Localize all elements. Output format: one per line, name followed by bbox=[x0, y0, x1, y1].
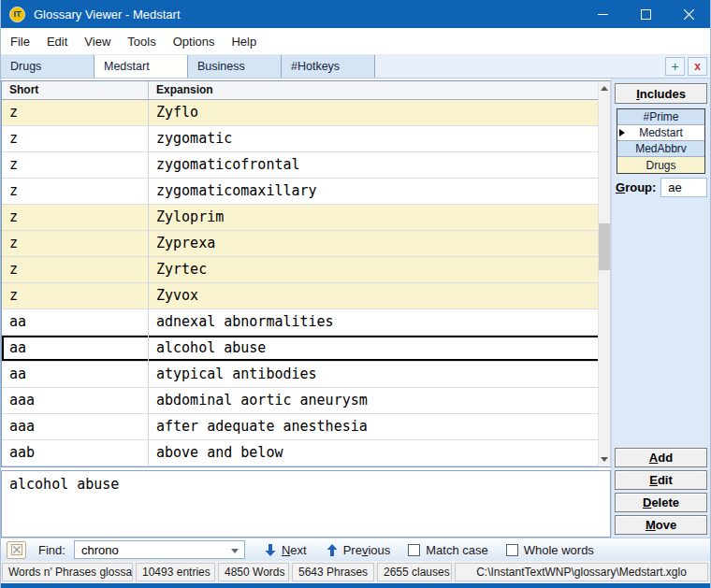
tab-business[interactable]: Business bbox=[188, 55, 282, 78]
menu-item-tools[interactable]: Tools bbox=[119, 28, 164, 54]
glossary-table: Short Expansion z Zyflo z zygomatic z zy… bbox=[1, 80, 611, 467]
includes-button[interactable]: Includes bbox=[615, 83, 707, 104]
edit-button[interactable]: Edit bbox=[615, 470, 707, 490]
column-header-expansion[interactable]: Expansion bbox=[149, 81, 610, 99]
table-row[interactable]: z zygomaticofrontal bbox=[2, 152, 610, 179]
next-button[interactable]: Next bbox=[264, 543, 307, 557]
include-item-drugs[interactable]: Drugs bbox=[617, 157, 704, 173]
previous-button[interactable]: Previous bbox=[326, 543, 391, 557]
table-row[interactable]: aaa after adequate anesthesia bbox=[2, 414, 610, 440]
table-row-selected[interactable]: aa alcohol abuse bbox=[2, 336, 610, 362]
move-button[interactable]: Move bbox=[615, 515, 707, 535]
vertical-scrollbar[interactable] bbox=[598, 81, 610, 466]
add-tab-button[interactable]: + bbox=[665, 57, 685, 76]
minimize-button[interactable] bbox=[581, 0, 624, 28]
minimize-icon bbox=[598, 9, 608, 20]
window-bottom-border bbox=[1, 583, 710, 588]
cell-short: z bbox=[2, 205, 149, 230]
preview-text: alcohol abuse bbox=[9, 476, 119, 493]
table-row[interactable]: z Zyflo bbox=[2, 100, 610, 126]
close-tab-button[interactable]: x bbox=[688, 57, 707, 76]
combo-dropdown-icon[interactable] bbox=[231, 549, 239, 553]
table-row[interactable]: z Zyrtec bbox=[2, 257, 610, 283]
cell-expansion: Zyloprim bbox=[149, 205, 610, 230]
whole-words-option[interactable]: Whole words bbox=[506, 543, 594, 557]
cell-short: aab bbox=[2, 440, 149, 466]
tab-hotkeys[interactable]: #Hotkeys bbox=[282, 55, 375, 78]
cell-expansion: Zyrtec bbox=[149, 257, 610, 282]
scroll-down-button[interactable] bbox=[599, 452, 610, 466]
current-include-arrow-icon bbox=[619, 129, 625, 136]
menu-item-view[interactable]: View bbox=[76, 28, 119, 54]
table-header: Short Expansion bbox=[2, 81, 610, 100]
cell-short: aa bbox=[2, 336, 149, 361]
status-file-path: C:\InstantTextWNP\glossary\Medstart.xglo bbox=[455, 563, 708, 581]
scroll-up-button[interactable] bbox=[599, 81, 610, 95]
whole-words-checkbox[interactable] bbox=[506, 544, 518, 556]
find-combobox[interactable]: chrono bbox=[74, 540, 245, 559]
table-row[interactable]: aa atypical antibodies bbox=[2, 362, 610, 388]
cell-expansion: zygomatic bbox=[149, 126, 610, 151]
titlebar: IT Glossary Viewer - Medstart bbox=[1, 0, 710, 28]
previous-label: Previous bbox=[343, 543, 391, 557]
includes-list: #Prime Medstart MedAbbrv Drugs bbox=[617, 108, 705, 174]
cell-expansion: Zyflo bbox=[149, 100, 610, 125]
cell-short: z bbox=[2, 152, 149, 178]
match-case-option[interactable]: Match case bbox=[408, 543, 487, 557]
maximize-button[interactable] bbox=[624, 0, 667, 28]
preview-pane[interactable]: alcohol abuse bbox=[1, 470, 611, 538]
scroll-thumb[interactable] bbox=[599, 223, 610, 270]
table-row[interactable]: z zygomatic bbox=[2, 126, 610, 152]
cell-expansion: abdominal aortic aneurysm bbox=[149, 388, 610, 413]
table-row[interactable]: z zygomaticomaxillary bbox=[2, 179, 610, 205]
find-close-icon bbox=[11, 544, 22, 555]
table-row[interactable]: aa adnexal abnormalities bbox=[2, 309, 610, 336]
cell-short: z bbox=[2, 179, 149, 204]
menu-item-file[interactable]: File bbox=[2, 28, 38, 54]
table-row[interactable]: z Zyloprim bbox=[2, 205, 610, 231]
cell-short: aaa bbox=[2, 388, 149, 413]
column-header-short[interactable]: Short bbox=[2, 81, 149, 99]
menu-item-help[interactable]: Help bbox=[223, 28, 265, 54]
tab-drugs[interactable]: Drugs bbox=[1, 55, 94, 78]
cell-expansion: zygomaticofrontal bbox=[149, 152, 610, 178]
tabstrip-spacer bbox=[375, 55, 665, 78]
up-arrow-icon bbox=[326, 543, 339, 557]
match-case-label: Match case bbox=[426, 543, 487, 557]
table-row[interactable]: z Zyprexa bbox=[2, 231, 610, 257]
action-buttons: Add Edit Delete Move bbox=[615, 445, 707, 535]
delete-button[interactable]: Delete bbox=[615, 493, 707, 512]
findbar: Find: chrono Next Previous Match case Wh… bbox=[1, 538, 710, 561]
down-arrow-icon bbox=[264, 543, 277, 557]
scroll-down-icon bbox=[601, 457, 608, 462]
right-panel: Includes #Prime Medstart MedAbbrv Drugs … bbox=[611, 79, 710, 538]
menubar: File Edit View Tools Options Help bbox=[1, 28, 710, 54]
status-entries: 10493 entries bbox=[136, 563, 215, 581]
cell-short: z bbox=[2, 257, 149, 282]
cell-expansion: adnexal abnormalities bbox=[149, 309, 610, 335]
include-item-medstart[interactable]: Medstart bbox=[617, 125, 704, 141]
cell-expansion: Zyprexa bbox=[149, 231, 610, 256]
cell-short: z bbox=[2, 126, 149, 151]
group-input[interactable]: ae bbox=[660, 178, 707, 197]
include-item-label: Medstart bbox=[639, 126, 683, 139]
cell-short: aaa bbox=[2, 414, 149, 439]
include-item-medabbrv[interactable]: MedAbbrv bbox=[617, 141, 704, 157]
add-button[interactable]: Add bbox=[615, 448, 707, 467]
cell-expansion: atypical antibodies bbox=[149, 362, 610, 387]
include-item-prime[interactable]: #Prime bbox=[617, 109, 704, 125]
find-label: Find: bbox=[38, 543, 65, 557]
table-row[interactable]: aab above and below bbox=[2, 440, 610, 466]
find-close-button[interactable] bbox=[7, 541, 26, 559]
table-row[interactable]: aaa abdominal aortic aneurysm bbox=[2, 388, 610, 414]
main-area: Short Expansion z Zyflo z zygomatic z zy… bbox=[1, 79, 710, 538]
maximize-icon bbox=[641, 9, 651, 20]
menu-item-options[interactable]: Options bbox=[165, 28, 224, 54]
status-words: 4850 Words bbox=[218, 563, 289, 581]
tab-medstart[interactable]: Medstart bbox=[94, 55, 188, 78]
cell-short: z bbox=[2, 231, 149, 256]
menu-item-edit[interactable]: Edit bbox=[38, 28, 76, 54]
match-case-checkbox[interactable] bbox=[408, 544, 420, 556]
table-row[interactable]: z Zyvox bbox=[2, 283, 610, 309]
close-button[interactable] bbox=[667, 0, 710, 28]
